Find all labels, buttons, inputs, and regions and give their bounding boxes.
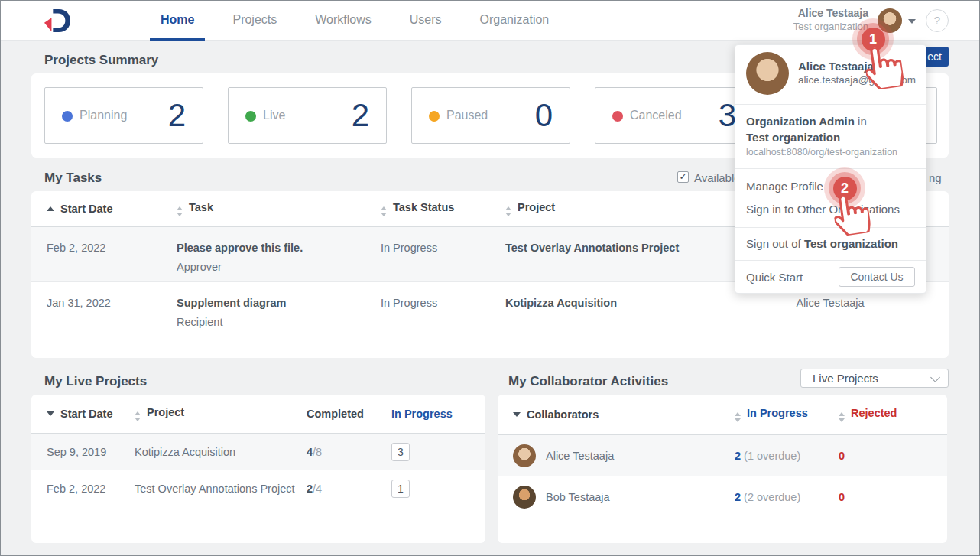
summary-card-canceled[interactable]: Canceled 3 (595, 87, 754, 144)
col-start-date[interactable]: Start Date (47, 408, 135, 420)
live-project-row[interactable]: Feb 2, 2022 Test Overlay Annotations Pro… (31, 470, 485, 507)
collaborator-row[interactable]: Alice Testaaja 2 (1 overdue) 0 (498, 435, 947, 476)
live-count: 2 (352, 88, 369, 145)
rejected-cell: 0 (839, 491, 932, 503)
in-progress-count-box[interactable]: 3 (391, 443, 410, 461)
planning-dot-icon (62, 111, 73, 122)
task-name-cell: Supplement diagram Recipient (177, 282, 381, 328)
paused-dot-icon (429, 111, 440, 122)
summary-card-paused[interactable]: Paused 0 (411, 87, 570, 144)
project-start-date: Feb 2, 2022 (47, 483, 135, 495)
menu-org-name: Test organization (746, 129, 915, 145)
user-dropdown-menu: Alice Testaaja alice.testaaja@gmail.com … (735, 44, 926, 294)
task-project: Kotipizza Acquisition (505, 282, 727, 309)
menu-item-sign-out[interactable]: Sign out of Test organization (735, 232, 926, 255)
quick-start-link[interactable]: Quick Start (746, 271, 803, 284)
paused-label: Paused (446, 109, 488, 122)
summary-card-live[interactable]: Live 2 (228, 87, 387, 144)
sort-asc-icon (47, 206, 54, 211)
planning-label: Planning (80, 109, 127, 122)
projects-filter-value: Live Projects (813, 372, 878, 385)
nav-organization[interactable]: Organization (469, 1, 560, 41)
menu-user-name: Alice Testaaja (798, 60, 916, 73)
app-logo-icon[interactable] (43, 8, 72, 34)
sort-desc-icon (47, 411, 54, 416)
task-status: In Progress (381, 227, 505, 254)
menu-role-suffix: in (855, 115, 867, 128)
top-navigation-bar: Home Projects Workflows Users Organizati… (1, 1, 980, 41)
collaborator-name: Alice Testaaja (546, 450, 614, 462)
my-live-projects-panel: Start Date Project Completed In Progress… (31, 395, 485, 543)
nav-users[interactable]: Users (399, 1, 453, 41)
col-start-date[interactable]: Start Date (47, 203, 177, 215)
sort-icons (177, 206, 183, 216)
menu-signout-block: Sign out of Test organization (735, 227, 926, 260)
collaborators-header: Collaborators In Progress Rejected (498, 395, 947, 435)
planning-count: 2 (168, 88, 186, 145)
menu-item-manage-profile[interactable]: Manage Profile (735, 175, 926, 198)
nav-projects[interactable]: Projects (222, 1, 287, 41)
help-icon[interactable]: ? (926, 9, 949, 32)
collaborator-name: Bob Testaaja (546, 491, 610, 503)
my-live-projects-title: My Live Projects (44, 374, 147, 389)
canceled-dot-icon (612, 111, 623, 122)
chevron-down-icon[interactable] (908, 19, 916, 24)
avatar (513, 444, 536, 467)
task-project: Test Overlay Annotations Project (505, 227, 727, 254)
contact-us-button[interactable]: Contact Us (839, 267, 915, 287)
project-name: Test Overlay Annotations Project (135, 483, 307, 495)
menu-items: Manage Profile Sign in to Other Organiza… (735, 168, 926, 227)
nav-workflows[interactable]: Workflows (304, 1, 382, 41)
header-user-name: Alice Testaaja (758, 7, 868, 20)
menu-org-block: Organization Admin in Test organization … (735, 104, 926, 168)
col-collaborators[interactable]: Collaborators (513, 408, 735, 421)
collaborator-cell: Alice Testaaja (513, 444, 735, 467)
avatar (513, 486, 536, 509)
live-dot-icon (245, 111, 256, 122)
col-task-status[interactable]: Task Status (381, 201, 505, 216)
header-avatar[interactable] (878, 8, 902, 33)
header-user-organization: Test organization (758, 20, 868, 33)
canceled-label: Canceled (630, 109, 682, 122)
my-collaborator-activities-title: My Collaborator Activities (508, 374, 668, 389)
summary-card-planning[interactable]: Planning 2 (44, 87, 203, 144)
header-user-info[interactable]: Alice Testaaja Test organization (758, 7, 868, 33)
col-in-progress[interactable]: In Progress (735, 407, 839, 422)
sort-desc-icon (513, 412, 521, 417)
task-name-cell: Please approve this file. Approver (177, 227, 381, 273)
rejected-cell: 0 (839, 450, 932, 462)
menu-footer: Quick Start Contact Us (735, 260, 926, 293)
menu-item-sign-in-other-orgs[interactable]: Sign in to Other Organizations (735, 198, 926, 221)
in-progress-cell: 2 (1 overdue) (735, 450, 839, 462)
my-tasks-title: My Tasks (44, 171, 102, 186)
in-progress-cell: 1 (391, 480, 470, 498)
completed-cell: 4/8 (307, 446, 391, 458)
projects-filter-select[interactable]: Live Projects (800, 369, 949, 388)
in-progress-count-box[interactable]: 1 (391, 480, 410, 498)
col-rejected[interactable]: Rejected (839, 407, 932, 422)
nav-home[interactable]: Home (150, 1, 205, 41)
sort-icons (505, 206, 511, 216)
paused-count: 0 (535, 88, 553, 145)
project-start-date: Sep 9, 2019 (47, 446, 135, 458)
in-progress-cell: 3 (391, 443, 470, 461)
col-project[interactable]: Project (505, 201, 727, 216)
live-projects-header: Start Date Project Completed In Progress (31, 395, 485, 434)
sort-icons (735, 412, 741, 422)
col-task[interactable]: Task (177, 201, 381, 216)
task-status: In Progress (381, 282, 505, 309)
live-project-row[interactable]: Sep 9, 2019 Kotipizza Acquisition 4/8 3 (31, 434, 485, 470)
chevron-down-icon (930, 372, 940, 382)
app-window: Home Projects Workflows Users Organizati… (0, 0, 980, 556)
collaborator-row[interactable]: Bob Testaaja 2 (2 overdue) 0 (498, 476, 947, 518)
tasks-filter-partial-label: ng (929, 171, 942, 184)
col-in-progress[interactable]: In Progress (391, 408, 470, 420)
task-start-date: Feb 2, 2022 (47, 227, 177, 254)
col-project[interactable]: Project (135, 406, 307, 421)
available-tasks-checkbox[interactable]: ✓ (677, 171, 689, 183)
col-completed[interactable]: Completed (307, 408, 391, 420)
collaborator-activities-panel: Collaborators In Progress Rejected Alice… (498, 395, 947, 543)
in-progress-cell: 2 (2 overdue) (735, 491, 839, 503)
menu-user-email: alice.testaaja@gmail.com (798, 73, 916, 86)
sort-icons (839, 412, 845, 422)
